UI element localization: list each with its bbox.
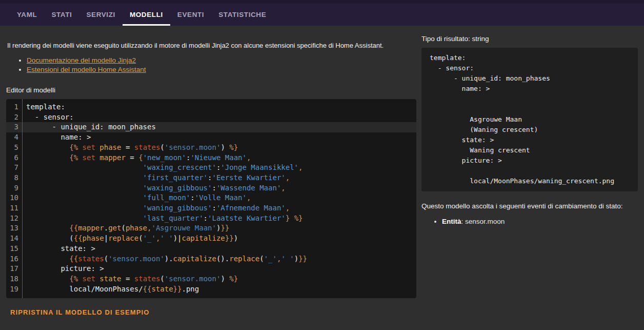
code-line: 15 state: >: [6, 244, 416, 254]
code-line: 11 'waning_gibbous':'Afnemende Maan',: [6, 203, 416, 213]
line-number: 16: [6, 254, 22, 264]
code-content: 'first_quarter':'Eerste Kwartier',: [22, 173, 290, 183]
doc-link-item: Estensioni del modello Home Assistant: [27, 66, 416, 73]
doc-links-list: Documentazione del modello Jinja2Estensi…: [6, 56, 416, 73]
code-content: state: >: [22, 244, 95, 254]
line-number: 15: [6, 244, 22, 254]
code-line: 16 {{states('sensor.moon').capitalize().…: [6, 254, 416, 264]
code-line: 13 {{mapper.get(phase,'Asgrouwe Maan')}}: [6, 223, 416, 234]
code-content: 'waning_gibbous':'Afnemende Maan',: [22, 203, 290, 213]
code-line: 7 'waxing_crescent':'Jonge Maansikkel',: [6, 163, 416, 173]
doc-link-0[interactable]: Documentazione del modello Jinja2: [27, 56, 136, 64]
code-content: ({{phase|replace('_',' ')|capitalize}}): [22, 234, 238, 244]
code-content: {% set state = states('sensor.moon') %}: [22, 274, 238, 284]
line-number: 18: [6, 274, 22, 284]
editor-label: Editor di modelli: [6, 86, 416, 94]
tab-statistiche[interactable]: STATISTICHE: [211, 4, 273, 26]
line-number: 17: [6, 264, 22, 274]
tab-servizi[interactable]: SERVIZI: [79, 4, 122, 26]
code-content: {% set phase = states('sensor.moon') %}: [22, 143, 238, 153]
tab-stati[interactable]: STATI: [44, 4, 79, 26]
code-content: picture: >: [22, 264, 104, 274]
listeners-heading: Questo modello ascolta i seguenti eventi…: [421, 202, 638, 210]
line-number: 13: [6, 223, 22, 234]
code-content: 'waxing_crescent':'Jonge Maansikkel',: [22, 163, 303, 173]
code-line: 10 'full_moon':'Volle Maan',: [6, 193, 416, 203]
code-line: 12 'last_quarter':'Laatste Kwartier'} %}: [6, 213, 416, 224]
line-number: 12: [6, 213, 22, 224]
line-number: 4: [6, 132, 22, 143]
code-content: - unique_id: moon_phases: [22, 122, 156, 132]
code-line: 19 local/MoonPhases/{{state}}.png: [6, 284, 416, 295]
line-number: 3: [6, 122, 22, 132]
code-line: 2 - sensor:: [6, 112, 416, 123]
intro-text: Il rendering dei modelli viene eseguito …: [7, 41, 415, 50]
line-number: 1: [6, 102, 22, 112]
tab-modelli[interactable]: MODELLI: [123, 4, 170, 26]
code-line: 6 {% set mapper = {'new_moon':'Nieuwe Ma…: [6, 153, 416, 163]
line-number: 19: [6, 284, 22, 295]
code-line: 17 picture: >: [6, 264, 416, 274]
doc-link-1[interactable]: Estensioni del modello Home Assistant: [27, 66, 146, 73]
code-line: 14 ({{phase|replace('_',' ')|capitalize}…: [6, 234, 416, 244]
line-number: 2: [6, 112, 22, 123]
code-lines: 1template:2 - sensor:3 - unique_id: moon…: [6, 102, 416, 294]
code-line: 9 'waxing_gibbous':'Wassende Maan',: [6, 183, 416, 193]
line-number: 11: [6, 203, 22, 213]
line-number: 7: [6, 163, 22, 173]
code-content: {% set mapper = {'new_moon':'Nieuwe Maan…: [22, 153, 251, 163]
line-number: 5: [6, 143, 22, 153]
line-number: 9: [6, 183, 22, 193]
line-number: 14: [6, 234, 22, 244]
result-box: template: - sensor: - unique_id: moon_ph…: [421, 48, 638, 191]
code-content: template:: [22, 102, 65, 112]
code-content: {{states('sensor.moon').capitalize().rep…: [22, 254, 307, 264]
tab-eventi[interactable]: EVENTI: [170, 4, 211, 26]
code-content: {{mapper.get(phase,'Asgrouwe Maan')}}: [22, 223, 229, 234]
tab-yaml[interactable]: YAML: [10, 4, 44, 26]
doc-link-item: Documentazione del modello Jinja2: [27, 56, 416, 64]
line-number: 8: [6, 173, 22, 183]
template-editor-column: Il rendering dei modelli viene eseguito …: [6, 26, 416, 320]
code-content: local/MoonPhases/{{state}}.png: [22, 284, 199, 295]
listener-item: Entità: sensor.moon: [442, 218, 638, 225]
code-line: 3 - unique_id: moon_phases: [6, 122, 416, 132]
line-number: 10: [6, 193, 22, 203]
listeners-list: Entità: sensor.moon: [421, 218, 638, 225]
code-line: 5 {% set phase = states('sensor.moon') %…: [6, 143, 416, 153]
template-dev-tool: Il rendering dei modelli viene eseguito …: [0, 26, 644, 320]
code-line: 1template:: [6, 102, 416, 112]
code-line: 18 {% set state = states('sensor.moon') …: [6, 274, 416, 284]
dev-tools-tab-bar: YAMLSTATISERVIZIMODELLIEVENTISTATISTICHE: [0, 0, 644, 26]
code-content: - sensor:: [22, 112, 74, 123]
render-result-column: Tipo di risultato: string template: - se…: [416, 26, 638, 320]
line-number: 6: [6, 153, 22, 163]
reset-demo-template-button[interactable]: RIPRISTINA IL MODELLO DI ESEMPIO: [7, 305, 152, 320]
code-content: 'waxing_gibbous':'Wassende Maan',: [22, 183, 286, 193]
code-line: 8 'first_quarter':'Eerste Kwartier',: [6, 173, 416, 183]
code-content: 'full_moon':'Volle Maan',: [22, 193, 251, 203]
result-text: template: - sensor: - unique_id: moon_ph…: [430, 53, 630, 186]
code-content: 'last_quarter':'Laatste Kwartier'} %}: [22, 213, 303, 224]
template-code-editor[interactable]: 1template:2 - sensor:3 - unique_id: moon…: [6, 99, 416, 298]
result-type-heading: Tipo di risultato: string: [421, 35, 638, 43]
code-content: name: >: [22, 132, 91, 143]
code-line: 4 name: >: [6, 132, 416, 143]
